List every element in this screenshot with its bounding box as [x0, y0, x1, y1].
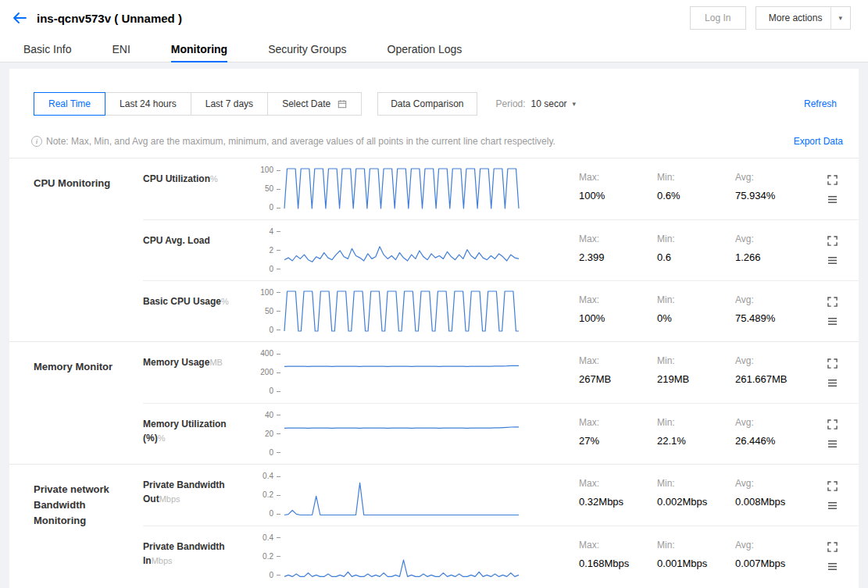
metric-name: CPU Utilization — [143, 173, 210, 184]
log-in-button[interactable]: Log In — [690, 6, 746, 30]
more-actions-label: More actions — [769, 12, 823, 23]
chevron-down-icon: ▾ — [573, 101, 577, 108]
last-7-days-button[interactable]: Last 7 days — [191, 92, 268, 116]
period-label: Period: — [496, 98, 526, 109]
last-24-hours-button[interactable]: Last 24 hours — [105, 92, 191, 116]
y-axis: 0.4 0.2 0 — [252, 534, 280, 579]
monitoring-card: Real Time Last 24 hours Last 7 days Sele… — [9, 69, 859, 588]
monitor-row-private-bandwidth-in: Private Bandwidth InMbps 0.4 0.2 0 Max:0… — [143, 526, 859, 586]
expand-chart-icon[interactable] — [827, 236, 838, 246]
stat-max: Max:267MB — [579, 342, 657, 385]
tab-label: Monitoring — [171, 43, 227, 55]
more-actions-button[interactable]: More actions ▾ — [755, 6, 851, 30]
expand-chart-icon[interactable] — [827, 419, 838, 429]
export-data-link[interactable]: Export Data — [794, 136, 843, 147]
data-comparison-button[interactable]: Data Comparison — [377, 92, 477, 116]
tab-label: Basic Info — [23, 43, 71, 55]
tab-eni[interactable]: ENI — [91, 36, 150, 62]
chart-legend-icon[interactable] — [827, 317, 838, 326]
y-axis: 400 200 0 — [252, 350, 280, 395]
metric-name: Memory Utilization (%) — [143, 419, 227, 444]
chart-legend-icon[interactable] — [827, 440, 838, 448]
stat-min: Min:22.1% — [657, 404, 735, 447]
row-actions — [821, 297, 843, 326]
select-date-label: Select Date — [282, 98, 330, 109]
metric-name: Memory Usage — [143, 357, 209, 368]
chevron-down-icon: ▾ — [838, 15, 842, 22]
page-content: Real Time Last 24 hours Last 7 days Sele… — [0, 62, 868, 588]
line-chart — [282, 289, 524, 334]
stat-min: Min:0% — [657, 281, 735, 324]
section-title: Memory Monitor — [9, 342, 143, 464]
metric-label: CPU Avg. Load — [143, 220, 252, 248]
back-arrow-icon[interactable] — [13, 12, 27, 23]
period-value: 10 secor — [531, 98, 567, 109]
stat-avg: Avg:1.266 — [735, 220, 821, 263]
metric-label: Private Bandwidth InMbps — [143, 526, 252, 568]
monitor-row-memory-utilization: Memory Utilization (%)% 40 20 0 Max:27% … — [143, 403, 859, 464]
metric-label: CPU Utilization% — [143, 159, 252, 186]
section-title: Private network Bandwidth Monitoring — [9, 465, 143, 586]
row-actions — [821, 236, 843, 265]
row-actions — [821, 419, 843, 448]
chart-legend-icon[interactable] — [827, 256, 838, 265]
topbar-actions: Log In More actions ▾ — [690, 6, 855, 30]
line-chart — [282, 472, 524, 518]
monitor-row-cpu-utilization: CPU Utilization% 100 50 0 Max:100% Min:0… — [143, 159, 859, 219]
tab-label: Operation Logs — [388, 43, 463, 55]
row-actions — [821, 358, 843, 387]
real-time-button[interactable]: Real Time — [34, 92, 105, 116]
top-bar: ins-qcnv573v ( Unnamed ) Log In More act… — [0, 0, 868, 36]
stat-avg: Avg:0.008Mbps — [735, 465, 821, 508]
line-chart — [282, 534, 524, 579]
metric-unit: Mbps — [159, 494, 180, 504]
chart-legend-icon[interactable] — [827, 501, 838, 510]
page-title: ins-qcnv573v ( Unnamed ) — [37, 12, 182, 25]
stat-avg: Avg:75.934% — [735, 159, 821, 201]
period-dropdown[interactable]: Period: 10 secor ▾ — [496, 98, 577, 109]
expand-chart-icon[interactable] — [827, 481, 838, 491]
section-private-bandwidth: Private network Bandwidth Monitoring Pri… — [9, 464, 859, 586]
chart-legend-icon[interactable] — [827, 379, 838, 387]
tab-label: ENI — [112, 43, 130, 55]
metric-unit: MB — [209, 358, 223, 367]
section-memory-monitor: Memory Monitor Memory UsageMB 400 200 0 … — [9, 341, 859, 464]
monitor-row-basic-cpu-usage: Basic CPU Usage% 100 50 0 Max:100% Min:0… — [143, 280, 859, 341]
chart-legend-icon[interactable] — [827, 562, 838, 571]
expand-chart-icon[interactable] — [827, 297, 838, 307]
tab-operation-logs[interactable]: Operation Logs — [367, 36, 483, 62]
row-actions — [821, 481, 843, 510]
tab-bar: Basic Info ENI Monitoring Security Group… — [0, 36, 868, 62]
stat-avg: Avg:26.446% — [735, 404, 821, 447]
refresh-link[interactable]: Refresh — [804, 98, 843, 109]
line-chart — [282, 228, 524, 273]
stat-min: Min:0.6% — [657, 159, 735, 201]
stat-max: Max:100% — [579, 159, 657, 201]
monitor-row-memory-usage: Memory UsageMB 400 200 0 Max:267MB Min:2… — [143, 342, 859, 403]
metric-name: Private Bandwidth Out — [143, 479, 225, 504]
metric-label: Memory Utilization (%)% — [143, 404, 252, 445]
chart-legend-icon[interactable] — [827, 195, 838, 204]
stat-avg: Avg:75.489% — [735, 281, 821, 324]
tab-label: Security Groups — [268, 43, 346, 55]
metric-unit: % — [210, 174, 218, 184]
metric-label: Basic CPU Usage% — [143, 281, 252, 308]
tab-basic-info[interactable]: Basic Info — [23, 36, 91, 62]
y-axis: 100 50 0 — [252, 166, 280, 212]
metric-label: Private Bandwidth OutMbps — [143, 465, 252, 506]
metric-label: Memory UsageMB — [143, 342, 252, 369]
expand-chart-icon[interactable] — [827, 358, 838, 369]
tab-monitoring[interactable]: Monitoring — [151, 36, 248, 62]
time-range-segmented-control: Real Time Last 24 hours Last 7 days Sele… — [34, 92, 362, 116]
metric-name: CPU Avg. Load — [143, 235, 210, 246]
metric-unit: % — [158, 433, 166, 443]
y-axis: 0.4 0.2 0 — [252, 472, 280, 518]
expand-chart-icon[interactable] — [827, 542, 838, 552]
stat-min: Min:0.002Mbps — [657, 465, 735, 508]
select-date-button[interactable]: Select Date — [267, 92, 362, 116]
row-actions — [821, 175, 843, 204]
tab-security-groups[interactable]: Security Groups — [248, 36, 366, 62]
expand-chart-icon[interactable] — [827, 175, 838, 185]
note-row: i Note: Max, Min, and Avg are the maximu… — [9, 133, 859, 159]
stat-min: Min:219MB — [657, 342, 735, 385]
